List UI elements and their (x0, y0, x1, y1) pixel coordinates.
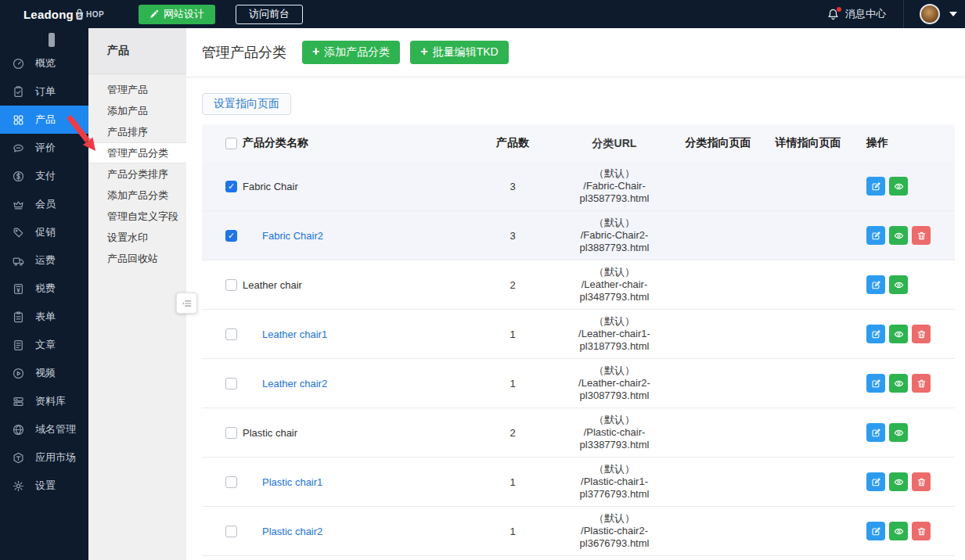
check-icon: ✓ (228, 182, 235, 191)
sidebar-item-products[interactable]: 产品 (0, 106, 88, 134)
payment-icon (12, 170, 25, 183)
sidebar-item-label: 表单 (35, 310, 56, 324)
sidebar-item-settings[interactable]: 设置 (0, 472, 88, 500)
category-name[interactable]: Fabric Chair2 (243, 230, 323, 242)
plus-icon: + (420, 45, 427, 58)
sidebar-item-members[interactable]: 会员 (0, 190, 88, 218)
member-icon (12, 198, 25, 211)
sidebar-item-label: 域名管理 (35, 422, 76, 436)
sidebar-item-shipping[interactable]: 运费 (0, 246, 88, 275)
edit-button[interactable] (866, 226, 885, 245)
sidebar-item-label: 支付 (35, 169, 56, 183)
edit-icon (871, 231, 881, 241)
submenu-item-add-category[interactable]: 添加产品分类 (88, 185, 186, 206)
trash-icon (916, 477, 927, 487)
delete-button[interactable] (912, 472, 931, 491)
eye-icon (894, 477, 904, 487)
delete-button[interactable] (912, 522, 931, 540)
edit-button[interactable] (866, 275, 885, 294)
preview-button[interactable] (889, 472, 908, 491)
sidebar-item-reviews[interactable]: 评价 (0, 134, 88, 162)
table-row: ✓Fabric Chair3（默认）/Fabric-Chair-pl358779… (202, 162, 955, 211)
sidebar-item-library[interactable]: 资料库 (0, 387, 88, 415)
header-category-page: 分类指向页面 (673, 136, 763, 150)
submenu-item-label: 产品回收站 (107, 252, 158, 266)
row-checkbox[interactable] (225, 378, 237, 389)
row-checkbox[interactable]: ✓ (225, 230, 237, 242)
collapse-submenu-button[interactable] (176, 293, 197, 314)
category-name[interactable]: Plastic chair2 (243, 526, 322, 537)
chevron-down-icon[interactable] (949, 12, 957, 16)
edit-button[interactable] (866, 374, 885, 393)
message-center[interactable]: 消息中心 (826, 7, 886, 21)
row-checkbox[interactable] (225, 476, 237, 488)
row-checkbox[interactable] (225, 427, 237, 439)
submenu-item-manage-custom-fields[interactable]: 管理自定义字段 (88, 206, 186, 227)
preview-button[interactable] (889, 275, 908, 294)
table-row: Leather chair21（默认）/Leather-chair2-pl308… (202, 359, 955, 408)
url-default-label: （默认） (556, 217, 673, 229)
category-url: （默认）/Fabric-Chair-pl3587793.html (556, 167, 673, 205)
edit-button[interactable] (866, 177, 885, 196)
sidebar-item-promotion[interactable]: 促销 (0, 218, 88, 246)
edit-icon (871, 428, 881, 438)
category-name[interactable]: Leather chair2 (243, 378, 327, 389)
submenu-item-label: 产品分类排序 (107, 167, 168, 181)
row-checkbox[interactable]: ✓ (225, 181, 237, 192)
svg-text:S: S (77, 13, 81, 20)
submenu-item-product-recycle-bin[interactable]: 产品回收站 (88, 248, 186, 269)
delete-button[interactable] (912, 325, 931, 343)
visit-storefront-button[interactable]: 访问前台 (236, 5, 303, 24)
preview-button[interactable] (889, 374, 908, 393)
submenu-item-product-sort[interactable]: 产品排序 (88, 121, 186, 142)
notification-dot (837, 7, 841, 12)
submenu-item-manage-categories[interactable]: 管理产品分类 (88, 142, 186, 163)
sidebar-item-overview[interactable]: 概览 (0, 49, 88, 77)
category-name[interactable]: Plastic chair1 (243, 476, 322, 488)
preview-button[interactable] (889, 325, 908, 343)
sidebar-item-tax[interactable]: 税费 (0, 275, 88, 303)
row-checkbox[interactable] (225, 526, 237, 537)
pencil-icon (149, 9, 159, 19)
trash-icon (916, 329, 927, 339)
library-icon (12, 395, 25, 408)
add-category-button[interactable]: + 添加产品分类 (302, 41, 400, 64)
preview-button[interactable] (889, 177, 908, 196)
submenu-item-manage-products[interactable]: 管理产品 (88, 79, 186, 100)
sidebar-item-articles[interactable]: 文章 (0, 331, 88, 359)
submenu-item-category-sort[interactable]: 产品分类排序 (88, 163, 186, 185)
sidebar-item-forms[interactable]: 表单 (0, 303, 88, 331)
edit-button[interactable] (866, 522, 885, 540)
edit-button[interactable] (866, 423, 885, 442)
url-default-label: （默认） (556, 512, 673, 525)
sidebar-item-app-market[interactable]: 应用市场 (0, 443, 88, 472)
sidebar-item-orders[interactable]: 订单 (0, 77, 88, 106)
preview-button[interactable] (889, 423, 908, 442)
row-checkbox[interactable] (225, 279, 237, 291)
preview-button[interactable] (889, 226, 908, 245)
edit-button[interactable] (866, 325, 885, 343)
row-checkbox[interactable] (225, 328, 237, 340)
submenu-item-set-watermark[interactable]: 设置水印 (88, 227, 186, 248)
edit-button[interactable] (866, 472, 885, 491)
brand-suffix: HOP (86, 10, 104, 19)
category-name[interactable]: Leather chair1 (243, 328, 327, 340)
set-pointing-page-button[interactable]: 设置指向页面 (202, 93, 291, 115)
sidebar-item-videos[interactable]: 视频 (0, 359, 88, 387)
site-design-button[interactable]: 网站设计 (139, 5, 215, 24)
user-avatar[interactable] (920, 4, 940, 24)
dashboard-icon (12, 57, 25, 70)
submenu-item-label: 设置水印 (107, 231, 148, 245)
delete-button[interactable] (912, 226, 931, 245)
preview-button[interactable] (889, 522, 908, 540)
batch-edit-tkd-button[interactable]: + 批量编辑TKD (410, 41, 508, 64)
sidebar-item-label: 促销 (35, 225, 56, 239)
sidebar-item-payment[interactable]: 支付 (0, 162, 88, 190)
submenu-item-add-product[interactable]: 添加产品 (88, 100, 186, 121)
sidebar-collapse-handle[interactable] (49, 33, 55, 47)
product-count: 1 (470, 328, 556, 340)
eye-icon (894, 526, 904, 537)
select-all-checkbox[interactable] (225, 138, 237, 149)
sidebar-item-domains[interactable]: 域名管理 (0, 415, 88, 443)
delete-button[interactable] (912, 374, 931, 393)
